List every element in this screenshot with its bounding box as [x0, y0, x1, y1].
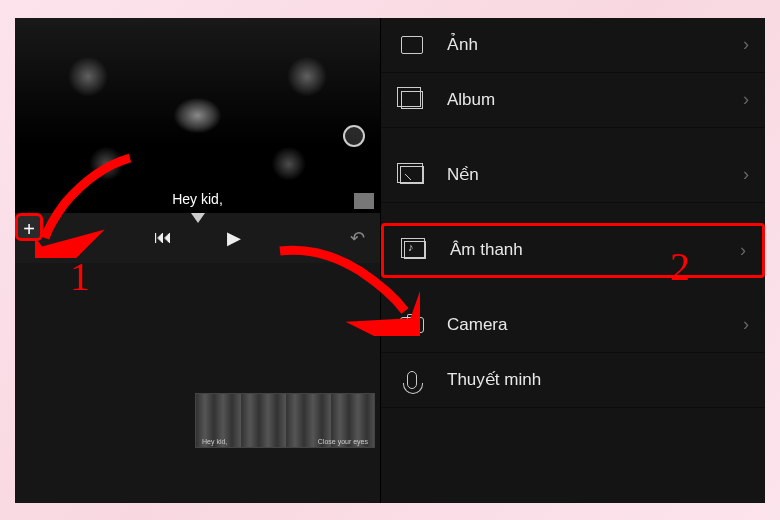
video-preview[interactable]: Hey kid, — [15, 18, 380, 213]
undo-button[interactable]: ↶ — [350, 227, 365, 249]
background-icon — [399, 164, 425, 186]
camera-icon — [399, 314, 425, 336]
add-media-button[interactable]: + — [15, 213, 43, 241]
menu-item-camera[interactable]: Camera › — [381, 298, 765, 353]
chevron-right-icon: › — [743, 34, 749, 55]
chevron-right-icon: › — [743, 164, 749, 185]
caption-edit-icon[interactable] — [354, 193, 374, 209]
album-icon — [399, 89, 425, 111]
menu-item-photo[interactable]: Ảnh › — [381, 18, 765, 73]
microphone-icon — [399, 369, 425, 391]
skip-back-button[interactable]: ⏮ — [154, 227, 172, 248]
app-frame: Hey kid, + ⏮ ▶ ↶ Hey kid, Close your eye… — [15, 18, 765, 503]
menu-item-audio[interactable]: Âm thanh › — [381, 223, 765, 278]
audio-icon — [402, 239, 428, 261]
menu-item-label: Âm thanh — [450, 240, 523, 260]
image-icon — [399, 34, 425, 56]
editor-pane: Hey kid, + ⏮ ▶ ↶ Hey kid, Close your eye… — [15, 18, 380, 503]
preview-image — [15, 18, 380, 213]
clip-thumbnail[interactable]: Hey kid, Close your eyes — [195, 393, 375, 448]
menu-item-label: Nền — [447, 164, 479, 185]
menu-item-voiceover[interactable]: Thuyết minh — [381, 353, 765, 408]
clip-caption-right: Close your eyes — [318, 438, 368, 445]
record-indicator-icon — [343, 125, 365, 147]
media-menu: Ảnh › Album › Nền › Âm thanh › Camera › … — [380, 18, 765, 503]
playhead-marker-icon — [191, 213, 205, 223]
play-button[interactable]: ▶ — [227, 227, 241, 249]
menu-item-background[interactable]: Nền › — [381, 148, 765, 203]
timeline[interactable]: Hey kid, Close your eyes — [15, 263, 380, 503]
clip-caption-left: Hey kid, — [202, 438, 227, 445]
menu-item-label: Camera — [447, 315, 507, 335]
menu-item-label: Ảnh — [447, 34, 478, 55]
chevron-right-icon: › — [743, 314, 749, 335]
menu-item-album[interactable]: Album › — [381, 73, 765, 128]
chevron-right-icon: › — [743, 89, 749, 110]
video-caption: Hey kid, — [172, 191, 223, 207]
transport-bar: ⏮ ▶ ↶ — [15, 213, 380, 263]
menu-item-label: Thuyết minh — [447, 369, 541, 390]
chevron-right-icon: › — [740, 240, 746, 261]
menu-item-label: Album — [447, 90, 495, 110]
